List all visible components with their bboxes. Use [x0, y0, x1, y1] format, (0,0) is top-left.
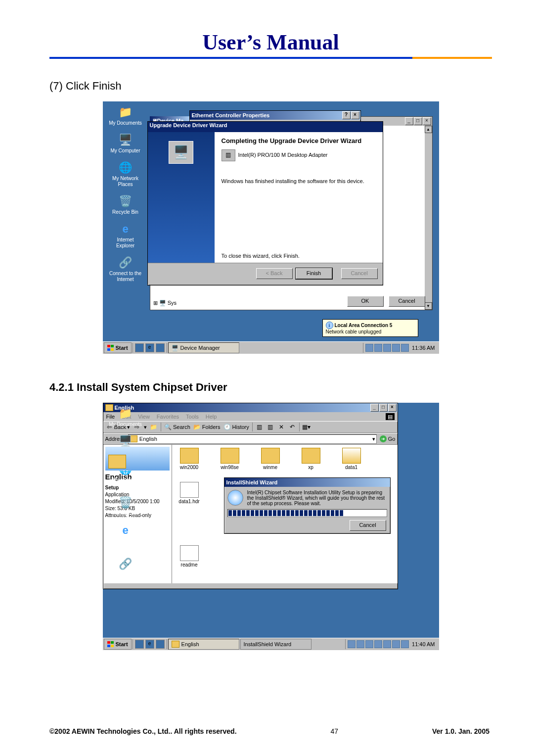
windows-logo-icon	[107, 641, 114, 647]
device-tree-fragment: ⊞ 🖥️ Sys	[153, 300, 177, 306]
minimize-button[interactable]: _	[370, 404, 379, 412]
folder-winme[interactable]: winme	[256, 448, 285, 470]
internet-explorer-icon[interactable]: eInternet Explorer	[108, 222, 143, 249]
footer-copyright: ©2002 AEWIN Technologies Co., Ltd.. All …	[49, 727, 237, 735]
taskbar-task-installshield[interactable]: InstallShield Wizard	[240, 639, 312, 650]
tray-network-icon-7[interactable]	[401, 640, 409, 648]
page-footer: ©2002 AEWIN Technologies Co., Ltd.. All …	[49, 727, 490, 735]
system-tray: 11:40 AM	[345, 639, 439, 649]
scroll-up-button[interactable]: ▲	[425, 126, 432, 133]
outlook-quicklaunch-icon[interactable]	[156, 640, 165, 649]
screenshot-2: 📁My Documents 🖥️My Computer 🌐My Network …	[103, 403, 439, 650]
maximize-button[interactable]: □	[414, 117, 422, 125]
copy-to-button[interactable]: ▥	[267, 423, 274, 431]
installshield-cancel-button[interactable]: Cancel	[350, 520, 386, 531]
undo-button[interactable]: ↶	[288, 423, 296, 431]
recycle-bin-icon[interactable]: 🗑️Recycle Bin	[112, 194, 138, 215]
close-button[interactable]: ×	[423, 117, 431, 125]
history-button[interactable]: 🕘History	[223, 423, 249, 431]
my-computer-icon[interactable]: 🖥️My Computer	[110, 133, 140, 154]
tray-network-icon-6[interactable]	[392, 640, 400, 648]
tray-network-icon-5[interactable]	[401, 344, 409, 352]
taskbar: Start e English InstallShield Wizard 11:…	[103, 638, 439, 650]
minimize-button[interactable]: _	[405, 117, 413, 125]
start-button[interactable]: Start	[104, 639, 132, 650]
start-button[interactable]: Start	[104, 342, 132, 353]
tray-network-icon-5[interactable]	[383, 640, 391, 648]
connect-to-internet-icon[interactable]: 🔗Connect to the Internet	[108, 256, 143, 283]
outlook-quicklaunch-icon[interactable]	[156, 343, 165, 352]
folders-button[interactable]: 📂Folders	[193, 423, 221, 431]
menu-help[interactable]: Help	[206, 414, 217, 420]
tray-network-icon-2[interactable]	[374, 344, 382, 352]
installshield-titlebar[interactable]: InstallShield Wizard	[224, 478, 390, 487]
context-help-button[interactable]: ?	[342, 111, 351, 119]
cd-icon	[227, 490, 243, 506]
back-button[interactable]: < Back	[256, 268, 293, 279]
explorer-menubar[interactable]: File Edit View Favorites Tools Help ▤	[103, 412, 398, 421]
close-button[interactable]: ×	[351, 111, 359, 119]
tray-network-icon[interactable]	[348, 640, 356, 648]
folder-icon	[108, 455, 126, 469]
up-button[interactable]: 📁	[150, 423, 158, 431]
ethernet-properties-titlebar[interactable]: Ethernet Controller Properties ?×	[190, 111, 360, 120]
views-button[interactable]: ▦▾	[303, 423, 311, 431]
file-listing: win2000 win98se winme xp data1 data1.hdr…	[172, 445, 398, 583]
file-data1hdr[interactable]: data1.hdr	[175, 482, 204, 504]
folder-win2000[interactable]: win2000	[175, 448, 204, 470]
my-documents-icon[interactable]: 📁My Documents	[109, 105, 142, 126]
tray-network-icon-4[interactable]	[392, 344, 400, 352]
footer-page-number: 47	[330, 727, 338, 735]
progress-bar	[227, 509, 387, 517]
wizard-done-text: Windows has finished installing the soft…	[222, 178, 376, 184]
tray-network-icon-3[interactable]	[383, 344, 391, 352]
move-to-button[interactable]: ▥	[256, 423, 264, 431]
windows-logo-icon	[107, 345, 114, 351]
manual-title: User’s Manual	[49, 30, 492, 55]
show-desktop-icon[interactable]	[135, 640, 144, 649]
ok-button[interactable]: OK	[347, 296, 384, 307]
folder-xp[interactable]: xp	[297, 448, 325, 470]
tray-network-icon[interactable]	[365, 344, 373, 352]
tray-network-icon-3[interactable]	[365, 640, 373, 648]
menu-favorites[interactable]: Favorites	[157, 414, 179, 420]
tray-network-icon-4[interactable]	[374, 640, 382, 648]
installshield-dialog: InstallShield Wizard Intel(R) Chipset So…	[224, 477, 391, 534]
taskbar-task-device-manager[interactable]: 🖥️ Device Manager	[168, 342, 239, 353]
delete-button[interactable]: ✕	[277, 423, 285, 431]
file-readme[interactable]: readme	[175, 545, 204, 567]
cancel-button[interactable]: Cancel	[389, 296, 425, 307]
show-desktop-icon[interactable]	[135, 343, 144, 352]
cancel-button[interactable]: Cancel	[341, 268, 378, 279]
wizard-titlebar[interactable]: Upgrade Device Driver Wizard	[148, 122, 383, 132]
system-tray: 11:36 AM	[363, 343, 439, 353]
quick-launch: e	[133, 639, 167, 649]
folder-win98se[interactable]: win98se	[216, 448, 244, 470]
step-7-text: (7) Click Finish	[49, 80, 492, 93]
my-documents-icon[interactable]: 📁My Documents	[109, 407, 142, 427]
go-button[interactable]: ➜Go	[380, 435, 396, 442]
file-data1[interactable]: data1	[337, 448, 366, 470]
maximize-button[interactable]: □	[379, 404, 388, 412]
scroll-down-button[interactable]: ▼	[425, 302, 432, 310]
tray-network-icon-2[interactable]	[356, 640, 364, 648]
taskbar-clock: 11:36 AM	[410, 345, 437, 351]
ie-quicklaunch-icon[interactable]: e	[145, 343, 154, 352]
menu-tools[interactable]: Tools	[186, 414, 199, 420]
ie-quicklaunch-icon[interactable]: e	[145, 640, 154, 649]
my-network-places-icon[interactable]: 🌐My Network Places	[108, 161, 143, 188]
vertical-scrollbar[interactable]: ▲ ▼	[425, 126, 432, 310]
internet-explorer-icon[interactable]: eInternet Explorer	[108, 523, 143, 550]
close-button[interactable]: ×	[388, 404, 397, 412]
address-field[interactable]: English▾	[128, 434, 377, 444]
search-button[interactable]: 🔍Search	[164, 423, 190, 431]
taskbar-task-english[interactable]: English	[168, 639, 239, 650]
recycle-bin-icon[interactable]: 🗑️Recycle Bin	[112, 496, 138, 517]
wizard-close-hint: To close this wizard, click Finish.	[222, 253, 300, 259]
ethernet-properties-window: Ethernet Controller Properties ?×	[189, 110, 361, 122]
explorer-toolbar: ⇦Back ▾ ⇨▾ 📁 🔍Search 📂Folders 🕘History ▥…	[103, 421, 398, 433]
header-rule	[49, 57, 492, 59]
explorer-titlebar[interactable]: English _□×	[103, 403, 398, 412]
finish-button[interactable]: Finish	[296, 268, 332, 279]
connect-to-internet-icon[interactable]: 🔗Connect to the Internet	[108, 557, 143, 584]
